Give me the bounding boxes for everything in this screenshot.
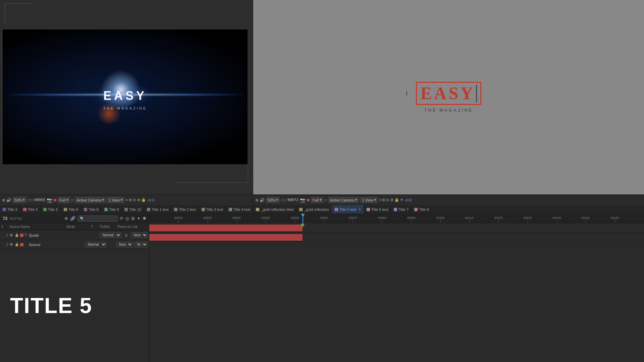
timeline-btn-3[interactable]: ⟳: [120, 216, 123, 221]
tab-label: _gold reflection tiled: [261, 207, 293, 212]
layer-row-2: 2 👁 🔒 Source Normal None None: [0, 240, 149, 249]
view-count-right[interactable]: 1 View ▾: [360, 197, 378, 203]
zoom-dropdown-left[interactable]: 50% ▾: [13, 197, 26, 203]
timeline-btn-6[interactable]: ✦: [137, 216, 141, 221]
ruler-label: 00020: [203, 216, 212, 220]
tab-Title_3[interactable]: Title 3: [0, 205, 20, 214]
track-bar-1[interactable]: [149, 225, 303, 231]
layer-lock-2[interactable]: 🔒: [15, 243, 19, 246]
timeline-btn-4[interactable]: ◎: [125, 216, 129, 221]
ruler-mark: [615, 220, 615, 223]
ruler-label: 00130: [523, 216, 532, 220]
tab-Title_5[interactable]: Title 5: [41, 205, 61, 214]
right-preview-panel: I EASY THE MAGAZINE: [253, 0, 644, 194]
quality-dropdown-right[interactable]: Full ▾: [311, 197, 323, 203]
tab-_gold_reflection[interactable]: _gold reflection: [297, 205, 332, 214]
tab-Title_7[interactable]: Title 7: [391, 205, 412, 214]
tab-Title_4[interactable]: Title 4: [20, 205, 41, 214]
left-preview-viewport[interactable]: EASY THE MAGAZINE: [3, 29, 248, 164]
tab-label: Title 10: [129, 207, 141, 212]
timeline-btn-7[interactable]: ✱: [143, 216, 146, 221]
camera-dropdown-right[interactable]: Active Camera ▾: [328, 197, 359, 203]
timeline-column-headers: # Source Name Mode T TrkMat Parent & Lin…: [0, 223, 149, 231]
tab-Title_1_text[interactable]: Title 1 text: [144, 205, 171, 214]
layer-mode-2[interactable]: Normal: [85, 242, 107, 247]
timeline-left-header: 72 29.97 fps ⊕ 🔗 ⟳ ◎ ⊞ ✦ ✱: [0, 214, 149, 223]
tab-label: Title 5 text: [339, 207, 356, 212]
ruler-label: 00080: [378, 216, 386, 220]
layer-lock-1[interactable]: 🔒: [15, 233, 19, 237]
tab-color-box: [124, 208, 128, 211]
quality-dropdown-left[interactable]: Full ▾: [58, 197, 70, 203]
ruler-label: 00030: [232, 216, 240, 220]
big-title-text: TITLE 5: [10, 293, 92, 318]
timeline-btn-5[interactable]: ⊞: [131, 216, 135, 221]
track-row-2: [149, 233, 644, 242]
cursor-icon: I: [406, 90, 408, 97]
tab-label: Title 3 text: [206, 207, 223, 212]
layer-mode-1[interactable]: Normal: [100, 232, 121, 238]
layer-visibility-1[interactable]: 👁: [9, 233, 13, 238]
tab-Title_6[interactable]: Title 6: [61, 205, 82, 214]
layer-name-1: Quote: [29, 233, 98, 237]
layer-parent-1[interactable]: None: [131, 232, 148, 238]
view-count-left[interactable]: 1 View ▾: [107, 197, 124, 203]
layer-parent-2[interactable]: None: [134, 242, 148, 247]
ruler-label: 00110: [465, 216, 473, 220]
tab-Title_6_text[interactable]: Title 6 text: [364, 205, 391, 214]
plus-value-right: +0.0: [405, 198, 412, 202]
tab-Title_5_text[interactable]: Title 5 text✕: [332, 205, 364, 214]
timeline-btn-2[interactable]: 🔗: [70, 216, 75, 221]
bottom-area: 72 29.97 fps ⊕ 🔗 ⟳ ◎ ⊞ ✦ ✱ # Source Name…: [0, 214, 644, 362]
camera-dropdown-left[interactable]: Active Camera ▾: [75, 197, 106, 203]
tab-Title_9[interactable]: Title 9: [102, 205, 122, 214]
tab-label: Title 2 text: [179, 207, 196, 212]
ruler-label: 00120: [494, 216, 502, 220]
tab-label: Title 5: [48, 207, 58, 212]
tab-Title_3_text[interactable]: Title 3 text: [199, 205, 226, 214]
right-subtitle: THE MAGAZINE: [424, 108, 473, 113]
tab-Title_2_text[interactable]: Title 2 text: [171, 205, 199, 214]
layer-row-1: 1 👁 🔒 T Quote Normal ◎ None: [0, 231, 149, 240]
record-indicator-left: [54, 199, 56, 201]
ruler-mark: [411, 220, 412, 223]
tab-label: Title 9: [109, 207, 119, 212]
timeline-ruler[interactable]: 0001000020000300004000050000600007000080…: [149, 214, 644, 223]
tab-label: Title 6 text: [371, 207, 388, 212]
tab-Title_10[interactable]: Title 10: [122, 205, 144, 214]
tab-label: Title 1 text: [152, 207, 168, 212]
tab-Title_8[interactable]: Title 8: [412, 205, 432, 214]
tab-label: Title 4: [28, 207, 38, 212]
top-area: EASY THE MAGAZINE I EASY THE MAGAZINE: [0, 0, 644, 194]
tab-color-box: [147, 208, 150, 211]
tabs-row: Title 3Title 4Title 5Title 6Title 8Title…: [0, 205, 644, 214]
timeline-track-area: [149, 223, 644, 362]
layer-parent-link-2[interactable]: None: [116, 242, 133, 247]
tab-color-box: [23, 208, 26, 211]
right-main-title: EASY: [420, 83, 475, 103]
track-bar-2[interactable]: [149, 234, 303, 241]
right-toolbar: ⊕ 🔊 50% ▾ □□ 00072 📷 Full ▾ □ Active Cam…: [253, 195, 644, 205]
tab-color-box: [414, 208, 418, 211]
text-cursor: [476, 85, 477, 102]
preview-background: EASY THE MAGAZINE: [3, 29, 248, 164]
col-mode: Mode: [66, 225, 90, 229]
tab-label: _gold reflection: [304, 207, 329, 212]
tab-close[interactable]: ✕: [358, 207, 361, 211]
tab-color-box: [3, 208, 6, 211]
timeline-left-panel: 72 29.97 fps ⊕ 🔗 ⟳ ◎ ⊞ ✦ ✱ # Source Name…: [0, 214, 149, 362]
left-toolbar: ⊕ 🔊 50% ▾ □□ 00055 📷 Full ▾ □ Active Cam…: [0, 195, 253, 205]
toolbar-area: ⊕ 🔊 50% ▾ □□ 00055 📷 Full ▾ □ Active Cam…: [0, 194, 644, 205]
playhead[interactable]: [303, 214, 303, 223]
col-num: #: [1, 225, 8, 229]
tab-_gold_reflection_tiled[interactable]: _gold reflection tiled: [253, 205, 297, 214]
ruler-label: 00010: [174, 216, 182, 220]
playhead-green-dot: [301, 223, 304, 227]
tab-Title_4_text[interactable]: Title 4 text: [226, 205, 253, 214]
timeline-search[interactable]: [77, 216, 118, 222]
timeline-btn-1[interactable]: ⊕: [64, 216, 68, 221]
layer-visibility-2[interactable]: 👁: [9, 242, 13, 247]
zoom-dropdown-right[interactable]: 50% ▾: [266, 197, 280, 203]
tab-Title_8[interactable]: Title 8: [81, 205, 102, 214]
col-parent: Parent & Link: [117, 225, 148, 229]
